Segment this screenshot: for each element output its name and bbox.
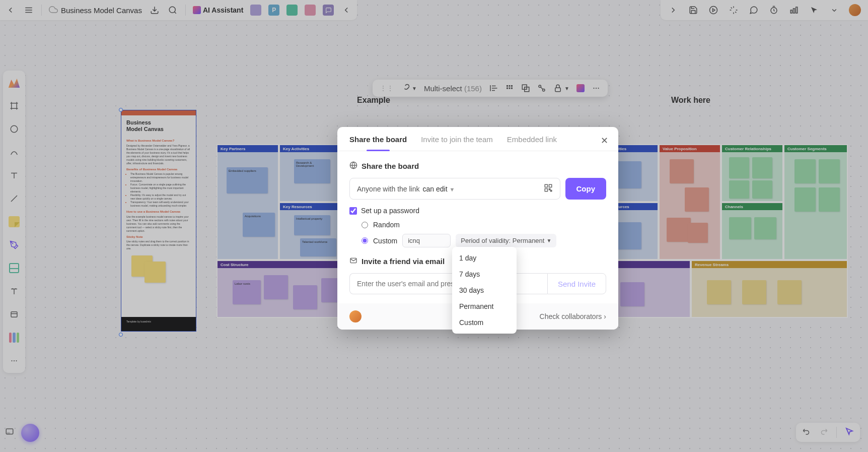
share-section-header: Share the board bbox=[349, 161, 606, 171]
validity-option-custom[interactable]: Custom bbox=[452, 314, 517, 331]
svg-rect-33 bbox=[550, 190, 551, 191]
close-button[interactable]: ✕ bbox=[601, 135, 608, 146]
validity-dropdown-button[interactable]: Period of validity: Permanent ▼ bbox=[456, 234, 556, 247]
password-checkbox-input[interactable] bbox=[349, 207, 357, 215]
share-link-box: Anyone with the link can edit ▼ bbox=[349, 178, 560, 200]
custom-radio[interactable] bbox=[361, 237, 368, 244]
password-input[interactable] bbox=[402, 234, 451, 247]
validity-option-7days[interactable]: 7 days bbox=[452, 266, 517, 282]
validity-option-permanent[interactable]: Permanent bbox=[452, 298, 517, 314]
tab-invite-team[interactable]: Invite to join the team bbox=[421, 135, 493, 151]
chevron-down-icon: ▼ bbox=[546, 238, 551, 243]
mail-icon bbox=[349, 256, 357, 266]
email-input[interactable] bbox=[349, 273, 547, 294]
validity-option-1day[interactable]: 1 day bbox=[452, 250, 517, 266]
validity-dropdown-menu: 1 day 7 days 30 days Permanent Custom bbox=[452, 247, 517, 334]
random-radio[interactable] bbox=[361, 222, 368, 228]
globe-icon bbox=[349, 161, 357, 171]
collaborator-avatar[interactable] bbox=[349, 310, 361, 322]
password-random-option[interactable]: Random bbox=[361, 221, 606, 229]
tab-share-board[interactable]: Share the board bbox=[349, 135, 407, 151]
svg-rect-32 bbox=[549, 189, 550, 190]
svg-rect-29 bbox=[545, 184, 547, 187]
copy-button[interactable]: Copy bbox=[565, 178, 607, 200]
qr-code-button[interactable] bbox=[544, 183, 553, 194]
svg-rect-30 bbox=[549, 184, 551, 187]
password-custom-option[interactable]: Custom bbox=[361, 237, 397, 245]
validity-option-30days[interactable]: 30 days bbox=[452, 282, 517, 298]
chevron-right-icon: › bbox=[604, 312, 606, 320]
send-invite-button[interactable]: Send Invite bbox=[547, 273, 606, 294]
check-collaborators-link[interactable]: Check collaborators › bbox=[540, 312, 606, 320]
svg-rect-31 bbox=[545, 189, 547, 191]
tab-embedded-link[interactable]: Embedded link bbox=[507, 135, 557, 151]
permission-dropdown[interactable]: can edit ▼ bbox=[423, 185, 455, 193]
chevron-down-icon: ▼ bbox=[449, 186, 455, 192]
password-checkbox[interactable]: Set up a password bbox=[349, 207, 606, 215]
